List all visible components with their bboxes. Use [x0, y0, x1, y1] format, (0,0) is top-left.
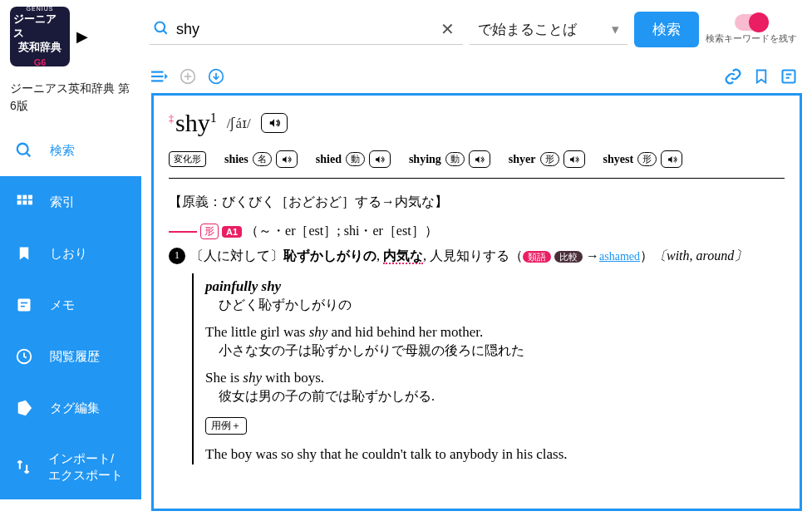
match-mode-label: で始まることば: [478, 20, 577, 39]
sidebar-item-label: インポート/エクスポート: [48, 450, 126, 483]
add-icon: [180, 68, 196, 87]
example-en: The boy was so shy that he couldn't talk…: [205, 441, 785, 464]
link-icon[interactable]: [724, 67, 742, 88]
search-button[interactable]: 検索: [634, 12, 699, 47]
example-jp: 小さな女の子は恥ずかしがりで母親の後ろに隠れた: [205, 342, 785, 365]
sidebar-menu: 検索 索引 しおり メモ 閲覧履歴 タグ編集 インポート/エクスポート: [0, 125, 141, 521]
search-input[interactable]: [176, 21, 429, 38]
search-bar: ✕ で始まることば ▾ 検索 検索キーワードを残す: [141, 0, 812, 62]
logo-line4: G6: [34, 57, 47, 68]
audio-button-headword[interactable]: [261, 113, 288, 133]
sidebar-item-label: 閲覧履歴: [50, 349, 100, 365]
sidebar: GENIUS ジーニアス 英和辞典 G6 ▶ ジーニアス英和辞典 第6版 検索 …: [0, 0, 141, 521]
audio-button[interactable]: [563, 150, 585, 168]
inflection-item: shied動: [316, 150, 391, 168]
example-en: painfully shy: [205, 273, 785, 297]
audio-button[interactable]: [469, 150, 490, 168]
examples-block: painfully shy ひどく恥ずかしがりの The little girl…: [192, 273, 785, 464]
headword-row: ‡shy1 /ʃáɪ/: [169, 106, 785, 145]
logo-line3: 英和辞典: [18, 41, 62, 55]
dictionary-logo[interactable]: GENIUS ジーニアス 英和辞典 G6: [10, 7, 70, 66]
match-mode-select[interactable]: で始まることば ▾: [470, 15, 627, 45]
inflections-row: 変化形 shies名 shied動 shying動 shyer形 shyest形: [169, 145, 785, 179]
example-jp: 彼女は男の子の前では恥ずかしがる.: [205, 388, 785, 410]
collapse-icon[interactable]: [150, 69, 168, 86]
svg-rect-5: [17, 200, 22, 204]
svg-rect-2: [17, 195, 22, 199]
inflection-label: 変化形: [169, 151, 206, 167]
logo-line2: ジーニアス: [13, 12, 66, 41]
bookmark-entry-icon[interactable]: [754, 67, 769, 88]
logo-line1: GENIUS: [27, 5, 54, 12]
tag-icon: [15, 399, 33, 417]
chevron-down-icon: ▾: [612, 21, 619, 38]
sense-number: 1: [169, 248, 185, 264]
sense-header: 形 A1 （～・er［est］; shi・er［est］）: [169, 223, 785, 245]
download-icon[interactable]: [208, 68, 224, 87]
entry-toolbar: [141, 62, 812, 93]
example-en: The little girl was shy and hid behind h…: [205, 319, 785, 342]
sidebar-item-index[interactable]: 索引: [0, 176, 141, 228]
dictionary-entry: ‡shy1 /ʃáɪ/ 変化形 shies名 shied動 shying動 sh…: [151, 93, 802, 511]
sidebar-item-bookmark[interactable]: しおり: [0, 228, 141, 279]
comparison-forms: （～・er［est］; shi・er［est］）: [245, 223, 438, 240]
compare-chip[interactable]: 比較: [554, 251, 583, 263]
bookmark-icon: [15, 244, 33, 263]
divider-bar: [169, 231, 197, 233]
svg-rect-4: [28, 195, 32, 199]
sense-1: 1 〔人に対して〕恥ずかしがりの, 内気な, 人見知りする（類語 比較 →ash…: [169, 245, 785, 273]
import-export-icon: [15, 458, 32, 476]
history-icon: [15, 347, 33, 366]
svg-rect-21: [783, 71, 795, 83]
example-en: She is shy with boys.: [205, 365, 785, 388]
pos-badge: 形: [200, 224, 219, 239]
sidebar-item-label: しおり: [50, 246, 87, 262]
svg-rect-7: [28, 200, 32, 204]
audio-button[interactable]: [276, 150, 298, 168]
svg-point-0: [17, 144, 28, 155]
sense-text: 〔人に対して〕恥ずかしがりの, 内気な, 人見知りする（類語 比較 →asham…: [190, 245, 747, 267]
sidebar-item-memo[interactable]: メモ: [0, 279, 141, 331]
inflection-item: shyer形: [509, 150, 585, 168]
sidebar-item-label: メモ: [50, 297, 75, 313]
note-entry-icon[interactable]: [780, 68, 797, 87]
inflection-item: shyest形: [603, 150, 683, 168]
synonym-chip[interactable]: 類語: [523, 251, 551, 263]
grid-icon: [15, 193, 33, 211]
clear-search-button[interactable]: ✕: [436, 19, 460, 39]
sidebar-item-label: タグ編集: [50, 401, 100, 416]
pronunciation: /ʃáɪ/: [227, 115, 251, 132]
search-icon: [15, 141, 33, 160]
search-icon: [153, 20, 170, 39]
note-icon: [15, 296, 33, 314]
sidebar-item-label: 検索: [50, 143, 75, 159]
logo-area: GENIUS ジーニアス 英和辞典 G6 ▶: [0, 0, 141, 73]
sidebar-item-search[interactable]: 検索: [0, 125, 141, 176]
etymology: 【原義：びくびく［おどおど］する→内気な】: [169, 190, 785, 223]
inflection-item: shying動: [409, 150, 490, 168]
sidebar-item-history[interactable]: 閲覧履歴: [0, 331, 141, 382]
svg-point-12: [155, 22, 165, 32]
cross-ref-link[interactable]: ashamed: [599, 250, 640, 263]
audio-button[interactable]: [369, 150, 391, 168]
sidebar-item-tags[interactable]: タグ編集: [0, 382, 141, 434]
keep-keyword-toggle-area: 検索キーワードを残す: [706, 14, 797, 45]
toggle-label: 検索キーワードを残す: [706, 32, 797, 45]
audio-button[interactable]: [661, 150, 682, 168]
sidebar-item-label: 索引: [50, 194, 75, 210]
sidebar-item-import-export[interactable]: インポート/エクスポート: [0, 434, 141, 499]
more-examples-button[interactable]: 用例＋: [205, 417, 247, 435]
svg-rect-6: [22, 200, 27, 204]
inflection-item: shies名: [224, 150, 298, 168]
keep-keyword-toggle[interactable]: [735, 14, 768, 31]
dictionary-title: ジーニアス英和辞典 第6版: [0, 73, 141, 125]
svg-rect-8: [18, 299, 31, 312]
play-icon[interactable]: ▶: [76, 27, 88, 46]
headword: ‡shy1: [169, 109, 217, 137]
level-badge: A1: [222, 226, 242, 238]
main-panel: ✕ で始まることば ▾ 検索 検索キーワードを残す ‡shy1 /ʃáɪ/ 変化…: [141, 0, 812, 521]
svg-line-1: [27, 153, 31, 157]
svg-rect-3: [22, 195, 27, 199]
search-box: ✕: [150, 14, 463, 45]
example-jp: ひどく恥ずかしがりの: [205, 297, 785, 319]
